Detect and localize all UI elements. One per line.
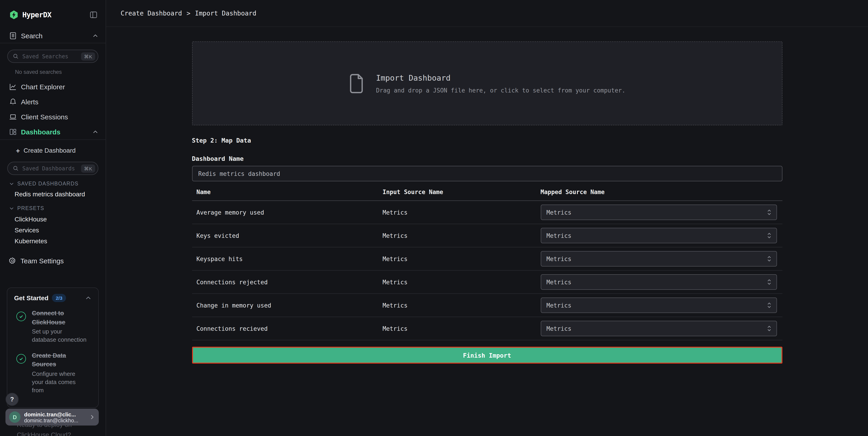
row-name: Connections recieved	[192, 325, 382, 332]
chart-icon	[9, 83, 17, 91]
nav-label: Dashboards	[21, 128, 60, 136]
preset-item-kubernetes[interactable]: Kubernetes	[14, 237, 105, 245]
mapped-source-value: Metrics	[547, 279, 766, 285]
selector-chevrons-icon	[766, 209, 772, 216]
user-name: dominic.tran@clic...	[24, 411, 89, 417]
search-section-icon	[9, 32, 17, 39]
chevron-up-icon[interactable]	[92, 33, 98, 38]
table-row: Connections rejected Metrics Metrics	[192, 271, 782, 294]
row-input-source: Metrics	[382, 325, 540, 332]
sidebar-nav: Chart Explorer Alerts Client Sessions	[0, 79, 105, 139]
dashboard-name-input[interactable]	[192, 166, 782, 181]
mapped-source-value: Metrics	[547, 209, 766, 216]
table-body: Average memory used Metrics Metrics Keys…	[192, 201, 782, 340]
mapped-source-select[interactable]: Metrics	[540, 251, 777, 266]
table-row: Keyspace hits Metrics Metrics	[192, 248, 782, 271]
presets-header[interactable]: PRESETS	[9, 205, 105, 211]
saved-dashboard-item[interactable]: Redis metrics dashboard	[14, 191, 105, 198]
selector-chevrons-icon	[766, 279, 772, 286]
step-title: Create Data Sources	[32, 351, 92, 369]
dashboard-name-label: Dashboard Name	[192, 155, 782, 162]
user-menu[interactable]: D dominic.tran@clic... dominic.tran@clic…	[5, 409, 99, 426]
preset-item-services[interactable]: Services	[14, 226, 105, 234]
mapped-source-select[interactable]: Metrics	[540, 321, 777, 336]
mapped-source-value: Metrics	[547, 325, 766, 332]
step-title: Add Data	[32, 405, 92, 408]
row-name: Keys evicted	[192, 232, 382, 239]
table-row: Keys evicted Metrics Metrics	[192, 224, 782, 248]
sidebar-item-dashboards[interactable]: Dashboards	[0, 124, 105, 139]
nav-label: Chart Explorer	[21, 83, 65, 91]
table-row: Change in memory used Metrics Metrics	[192, 294, 782, 317]
layout-sidebar-icon	[89, 11, 97, 19]
chevron-right-icon	[89, 414, 95, 420]
saved-dashboards-header[interactable]: SAVED DASHBOARDS	[9, 181, 105, 186]
search-icon	[13, 165, 19, 171]
user-email: dominic.tran@clickho...	[24, 417, 89, 423]
row-name: Connections rejected	[192, 279, 382, 285]
import-dropzone[interactable]: Import Dashboard Drag and drop a JSON fi…	[192, 41, 782, 125]
row-input-source: Metrics	[382, 279, 540, 285]
chevron-up-icon[interactable]	[92, 129, 98, 135]
mapped-source-select[interactable]: Metrics	[540, 205, 777, 220]
row-name: Average memory used	[192, 209, 382, 216]
chevron-up-icon[interactable]	[85, 295, 92, 301]
column-header-name: Name	[192, 188, 382, 196]
topbar: Create Dashboard>Import Dashboard	[106, 0, 868, 27]
main-area: Create Dashboard>Import Dashboard Import…	[106, 0, 868, 436]
mapped-source-select[interactable]: Metrics	[540, 228, 777, 243]
get-started-step-connect[interactable]: Connect to ClickHouse Set up your databa…	[14, 309, 92, 344]
create-dashboard-label: Create Dashboard	[24, 147, 76, 154]
dropzone-title: Import Dashboard	[376, 73, 625, 82]
column-header-mapped-source: Mapped Source Name	[540, 188, 782, 196]
team-settings-button[interactable]: Team Settings	[0, 257, 105, 265]
breadcrumb-separator: >	[187, 9, 190, 17]
check-circle-icon	[16, 312, 26, 321]
create-dashboard-button[interactable]: + Create Dashboard	[0, 140, 105, 161]
laptop-icon	[9, 113, 17, 121]
preset-item-clickhouse[interactable]: ClickHouse	[14, 215, 105, 223]
breadcrumb-create-dashboard[interactable]: Create Dashboard	[121, 9, 182, 17]
get-started-title: Get Started	[14, 294, 49, 301]
divider	[0, 43, 105, 43]
help-button[interactable]: ?	[5, 393, 19, 406]
sidebar-collapse-button[interactable]	[88, 9, 98, 20]
group-header-label: SAVED DASHBOARDS	[17, 181, 79, 186]
row-input-source: Metrics	[382, 255, 540, 262]
app-root: HyperDX Search Saved Searches ⌘K No save	[0, 0, 868, 436]
app-title: HyperDX	[22, 10, 52, 19]
file-icon	[349, 73, 364, 94]
row-name: Keyspace hits	[192, 255, 382, 262]
avatar: D	[9, 411, 21, 423]
get-started-card: Get Started 2/3 Connect to ClickHouse Se…	[7, 288, 99, 408]
row-input-source: Metrics	[382, 302, 540, 309]
gear-icon	[9, 257, 17, 265]
sidebar-item-chart-explorer[interactable]: Chart Explorer	[0, 79, 105, 94]
dashboard-icon	[9, 128, 17, 136]
saved-searches-input[interactable]: Saved Searches ⌘K	[7, 50, 98, 63]
nav-label: Alerts	[21, 98, 38, 106]
saved-dashboards-input[interactable]: Saved Dashboards ⌘K	[7, 162, 98, 175]
selector-chevrons-icon	[766, 301, 772, 309]
step-subtitle: Configure where your data comes from	[32, 370, 87, 395]
group-header-label: PRESETS	[17, 205, 44, 211]
selector-chevrons-icon	[766, 232, 772, 239]
mapped-source-select[interactable]: Metrics	[540, 274, 777, 290]
mapped-source-select[interactable]: Metrics	[540, 297, 777, 313]
mapped-source-value: Metrics	[547, 255, 766, 262]
mapping-table: Name Input Source Name Mapped Source Nam…	[192, 188, 782, 340]
selector-chevrons-icon	[766, 325, 772, 332]
get-started-step-sources[interactable]: Create Data Sources Configure where your…	[14, 351, 92, 395]
saved-dashboards-placeholder: Saved Dashboards	[22, 165, 81, 172]
sidebar: HyperDX Search Saved Searches ⌘K No save	[0, 0, 106, 436]
step-subtitle: Set up your database connection	[32, 327, 87, 344]
get-started-step-add-data[interactable]: 3 Add Data Start sending logs, metrics, …	[14, 405, 92, 408]
dropzone-subtitle: Drag and drop a JSON file here, or click…	[376, 87, 625, 94]
sidebar-item-client-sessions[interactable]: Client Sessions	[0, 109, 105, 124]
sidebar-section-search[interactable]: Search	[0, 28, 105, 43]
shortcut-badge: ⌘K	[81, 164, 95, 172]
chevron-down-icon	[9, 206, 14, 211]
content: Import Dashboard Drag and drop a JSON fi…	[106, 27, 868, 436]
sidebar-item-alerts[interactable]: Alerts	[0, 94, 105, 109]
finish-import-button[interactable]: Finish Import	[192, 347, 782, 364]
